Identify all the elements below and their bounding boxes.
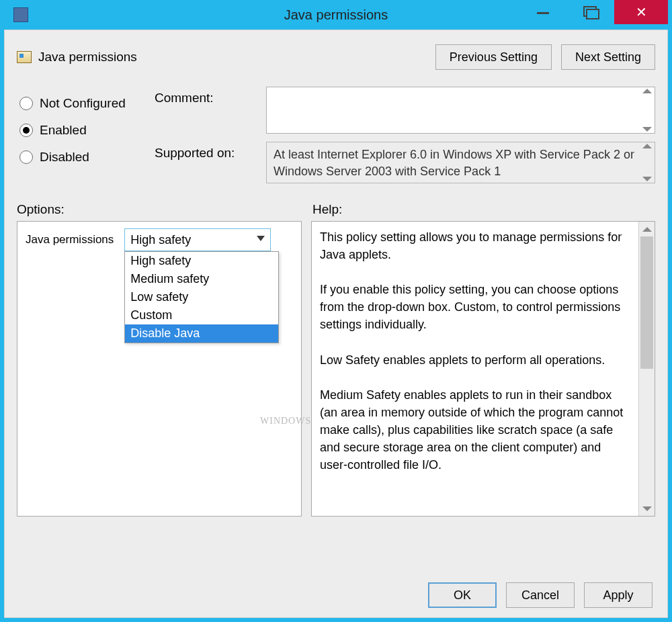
scroll-up-icon [642,89,652,93]
policy-title: Java permissions [17,50,137,64]
next-setting-button[interactable]: Next Setting [561,44,655,70]
radio-label: Not Configured [40,96,126,111]
dropdown-label: Java permissions [26,233,114,247]
maximize-button[interactable] [567,0,613,21]
previous-setting-button[interactable]: Previous Setting [435,44,552,70]
scroll-up-button[interactable] [639,222,655,236]
policy-name-label: Java permissions [38,50,137,64]
radio-label: Disabled [40,150,89,165]
java-permissions-dropdown[interactable]: High safety High safetyMedium safetyLow … [124,228,271,251]
help-scrollbar[interactable] [638,222,655,516]
radio-label: Enabled [40,123,87,138]
radio-enabled[interactable]: Enabled [19,123,155,138]
textbox-scrollbar[interactable] [641,89,653,132]
close-button[interactable]: ✕ [614,0,668,24]
dropdown-list[interactable]: High safetyMedium safetyLow safetyCustom… [124,251,279,343]
dropdown-item[interactable]: High safety [125,252,278,270]
scroll-track[interactable] [639,236,655,501]
scroll-down-button[interactable] [639,501,655,516]
scroll-thumb[interactable] [640,236,653,369]
radio-disabled[interactable]: Disabled [19,150,155,165]
help-panel: This policy setting allows you to manage… [311,221,655,517]
minimize-button[interactable] [520,0,566,21]
scroll-down-icon [642,127,652,132]
cancel-button[interactable]: Cancel [506,582,575,608]
chevron-down-icon [257,236,265,241]
radio-icon [19,97,33,110]
comment-textbox[interactable] [266,87,655,134]
supported-label: Supported on: [155,142,255,183]
dropdown-item[interactable]: Medium safety [125,270,278,288]
comment-label: Comment: [155,87,255,134]
dropdown-item[interactable]: Custom [125,306,278,324]
radio-icon [19,124,33,137]
arrow-up-icon [642,227,652,232]
state-radio-group: Not Configured Enabled Disabled [17,87,155,191]
dropdown-display[interactable]: High safety [124,228,271,251]
dialog-body: Java permissions Previous Setting Next S… [4,30,668,618]
help-section-label: Help: [312,202,342,217]
supported-scrollbar[interactable] [641,144,653,181]
options-section-label: Options: [17,202,312,217]
arrow-down-icon [642,506,652,511]
window: Java permissions ✕ Java permissions Prev… [0,0,672,622]
help-text: This policy setting allows you to manage… [312,222,638,516]
titlebar[interactable]: Java permissions ✕ [4,0,668,30]
supported-on-text: At least Internet Explorer 6.0 in Window… [274,148,634,178]
supported-on-box: At least Internet Explorer 6.0 in Window… [266,142,655,183]
apply-button[interactable]: Apply [584,582,653,608]
dropdown-item[interactable]: Low safety [125,288,278,306]
dropdown-item[interactable]: Disable Java [125,324,278,343]
ok-button[interactable]: OK [428,582,497,608]
scroll-up-icon [642,144,652,148]
radio-icon [19,150,33,164]
window-controls: ✕ [519,0,668,26]
scroll-down-icon [642,177,652,181]
radio-not-configured[interactable]: Not Configured [19,96,155,111]
policy-icon [17,51,32,63]
options-panel: Java permissions High safety High safety… [17,221,302,517]
dropdown-value: High safety [130,233,191,247]
